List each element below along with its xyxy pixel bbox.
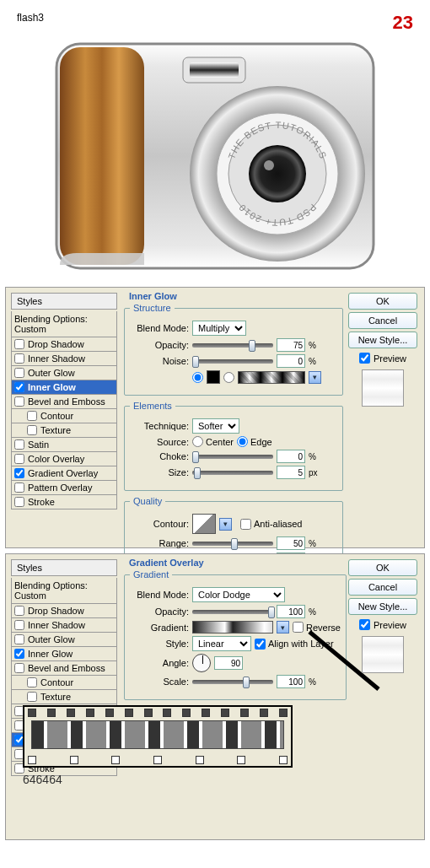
source-edge-radio[interactable]	[237, 436, 248, 447]
preview-checkbox[interactable]	[359, 353, 370, 364]
effect-row-inner-glow[interactable]: Inner Glow	[11, 647, 117, 661]
cancel-button[interactable]: Cancel	[348, 312, 417, 329]
scale-input[interactable]	[277, 675, 305, 688]
effect-checkbox[interactable]	[14, 483, 24, 493]
effect-checkbox[interactable]	[27, 425, 37, 435]
color-radio-gradient[interactable]	[223, 372, 234, 383]
range-label: Range:	[130, 538, 189, 548]
effect-row-inner-glow[interactable]: Inner Glow	[11, 380, 117, 395]
opacity-slider[interactable]	[192, 610, 273, 614]
effect-row-contour[interactable]: Contour	[11, 409, 117, 423]
align-checkbox[interactable]	[255, 639, 266, 650]
effect-checkbox[interactable]	[14, 497, 24, 507]
effect-row-bevel-and-emboss[interactable]: Bevel and Emboss	[11, 661, 117, 676]
effect-row-stroke[interactable]: Stroke	[11, 495, 117, 509]
effect-label: Outer Glow	[28, 368, 75, 378]
reverse-checkbox[interactable]	[293, 622, 304, 633]
effect-checkbox[interactable]	[14, 368, 24, 378]
gradient-preview-swatch[interactable]	[192, 621, 273, 633]
effect-checkbox[interactable]	[27, 411, 37, 421]
effect-checkbox[interactable]	[14, 468, 24, 478]
cancel-button[interactable]: Cancel	[348, 579, 417, 596]
size-slider[interactable]	[192, 471, 273, 475]
effect-checkbox[interactable]	[14, 439, 24, 450]
opacity-input[interactable]	[277, 338, 305, 352]
effect-label: Texture	[40, 692, 71, 702]
effect-checkbox[interactable]	[14, 663, 24, 673]
opacity-slider[interactable]	[192, 343, 273, 348]
source-center-radio[interactable]	[192, 436, 203, 447]
glow-gradient-swatch[interactable]	[238, 371, 305, 384]
ok-button[interactable]: OK	[348, 559, 417, 576]
styles-header[interactable]: Styles	[11, 559, 117, 576]
effect-checkbox[interactable]	[14, 606, 24, 616]
svg-rect-3	[190, 62, 239, 78]
effect-row-gradient-overlay[interactable]: Gradient Overlay	[11, 466, 117, 481]
effect-checkbox[interactable]	[14, 454, 24, 464]
effect-row-texture[interactable]: Texture	[11, 423, 117, 438]
angle-input[interactable]	[214, 656, 243, 670]
gradient-editor-strip[interactable]	[23, 705, 293, 768]
scale-label: Scale:	[130, 677, 189, 687]
step-number: 23	[393, 12, 413, 34]
styles-header[interactable]: Styles	[11, 293, 117, 310]
effect-row-contour[interactable]: Contour	[11, 676, 117, 690]
range-slider[interactable]	[192, 542, 273, 546]
preview-checkbox[interactable]	[359, 619, 370, 630]
noise-slider[interactable]	[192, 359, 273, 364]
blending-options-row[interactable]: Blending Options: Custom	[11, 578, 117, 604]
blending-options-row[interactable]: Blending Options: Custom	[11, 311, 117, 337]
effect-label: Color Overlay	[28, 454, 84, 464]
effect-row-drop-shadow[interactable]: Drop Shadow	[11, 337, 117, 352]
angle-dial[interactable]	[192, 654, 211, 672]
noise-label: Noise:	[130, 356, 189, 366]
effect-checkbox[interactable]	[14, 634, 24, 644]
choke-slider[interactable]	[192, 455, 273, 459]
effect-row-outer-glow[interactable]: Outer Glow	[11, 633, 117, 647]
opacity-input[interactable]	[277, 605, 305, 618]
effect-row-color-overlay[interactable]: Color Overlay	[11, 452, 117, 466]
effect-checkbox[interactable]	[14, 649, 24, 659]
effect-checkbox[interactable]	[27, 677, 37, 687]
effect-checkbox[interactable]	[14, 396, 24, 407]
anti-aliased-checkbox[interactable]	[240, 519, 251, 530]
effect-label: Bevel and Emboss	[28, 396, 105, 407]
effect-checkbox[interactable]	[27, 692, 37, 702]
effect-row-pattern-overlay[interactable]: Pattern Overlay	[11, 481, 117, 495]
noise-input[interactable]	[277, 354, 305, 368]
technique-select[interactable]: Softer	[192, 418, 239, 434]
style-label: Style:	[130, 639, 189, 649]
new-style-button[interactable]: New Style...	[348, 332, 417, 348]
gradient-dropdown-icon[interactable]: ▾	[277, 621, 289, 633]
size-input[interactable]	[277, 466, 305, 479]
effect-row-outer-glow[interactable]: Outer Glow	[11, 366, 117, 380]
effect-row-satin[interactable]: Satin	[11, 438, 117, 452]
choke-input[interactable]	[277, 450, 305, 463]
effect-row-texture[interactable]: Texture	[11, 690, 117, 704]
glow-color-swatch[interactable]	[207, 370, 220, 384]
effect-row-inner-shadow[interactable]: Inner Shadow	[11, 352, 117, 366]
ok-button[interactable]: OK	[348, 293, 417, 310]
effect-label: Inner Glow	[28, 649, 73, 659]
contour-swatch[interactable]	[192, 514, 216, 534]
effect-row-inner-shadow[interactable]: Inner Shadow	[11, 618, 117, 633]
blend-mode-select[interactable]: Multiply	[192, 321, 246, 336]
contour-label: Contour:	[130, 519, 189, 529]
range-input[interactable]	[277, 536, 305, 550]
contour-dropdown-icon[interactable]: ▾	[219, 518, 232, 531]
effect-checkbox[interactable]	[14, 353, 24, 364]
style-select[interactable]: Linear	[192, 636, 251, 651]
effect-checkbox[interactable]	[14, 382, 24, 392]
scale-slider[interactable]	[192, 680, 273, 684]
effect-label: Satin	[28, 439, 49, 450]
blend-mode-select[interactable]: Color Dodge	[192, 587, 285, 602]
color-radio-solid[interactable]	[192, 372, 203, 383]
effect-row-bevel-and-emboss[interactable]: Bevel and Emboss	[11, 395, 117, 409]
effect-label: Drop Shadow	[28, 339, 84, 349]
new-style-button[interactable]: New Style...	[348, 598, 417, 615]
effect-checkbox[interactable]	[14, 339, 24, 349]
gradient-dropdown-icon[interactable]: ▾	[309, 371, 321, 384]
effect-checkbox[interactable]	[14, 620, 24, 630]
effect-row-drop-shadow[interactable]: Drop Shadow	[11, 604, 117, 618]
svg-rect-1	[60, 47, 144, 265]
